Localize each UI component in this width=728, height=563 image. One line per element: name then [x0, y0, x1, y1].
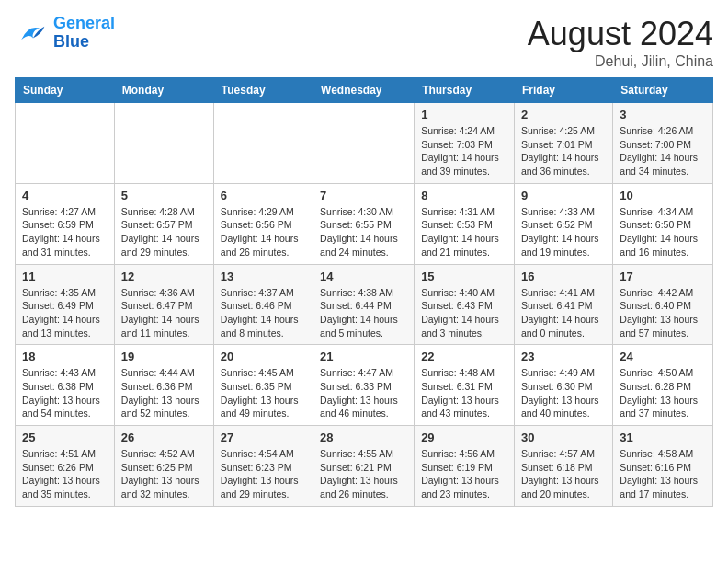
calendar-table: SundayMondayTuesdayWednesdayThursdayFrid…	[15, 77, 713, 507]
calendar-cell: 18Sunrise: 4:43 AM Sunset: 6:38 PM Dayli…	[16, 345, 115, 426]
day-detail: Sunrise: 4:50 AM Sunset: 6:28 PM Dayligh…	[620, 366, 706, 420]
weekday-header: Wednesday	[313, 78, 415, 103]
day-number: 30	[521, 431, 606, 444]
day-number: 5	[121, 189, 207, 202]
day-detail: Sunrise: 4:44 AM Sunset: 6:36 PM Dayligh…	[121, 366, 207, 420]
title-block: August 2024 Dehui, Jilin, China	[528, 15, 713, 70]
calendar-title: August 2024	[528, 15, 713, 53]
logo-icon	[15, 17, 48, 50]
day-detail: Sunrise: 4:36 AM Sunset: 6:47 PM Dayligh…	[121, 286, 207, 340]
day-detail: Sunrise: 4:57 AM Sunset: 6:18 PM Dayligh…	[521, 447, 606, 501]
day-detail: Sunrise: 4:47 AM Sunset: 6:33 PM Dayligh…	[320, 366, 407, 420]
day-number: 18	[22, 350, 108, 363]
calendar-cell: 24Sunrise: 4:50 AM Sunset: 6:28 PM Dayli…	[613, 345, 713, 426]
weekday-header: Thursday	[415, 78, 515, 103]
weekday-header: Monday	[114, 78, 213, 103]
calendar-cell: 16Sunrise: 4:41 AM Sunset: 6:41 PM Dayli…	[514, 264, 612, 345]
calendar-cell: 27Sunrise: 4:54 AM Sunset: 6:23 PM Dayli…	[213, 426, 313, 507]
calendar-cell: 1Sunrise: 4:24 AM Sunset: 7:03 PM Daylig…	[415, 103, 515, 184]
calendar-cell	[213, 103, 313, 184]
day-detail: Sunrise: 4:26 AM Sunset: 7:00 PM Dayligh…	[620, 124, 706, 178]
calendar-cell: 10Sunrise: 4:34 AM Sunset: 6:50 PM Dayli…	[613, 183, 713, 264]
day-detail: Sunrise: 4:27 AM Sunset: 6:59 PM Dayligh…	[22, 205, 108, 259]
calendar-cell: 12Sunrise: 4:36 AM Sunset: 6:47 PM Dayli…	[114, 264, 213, 345]
calendar-cell: 23Sunrise: 4:49 AM Sunset: 6:30 PM Dayli…	[514, 345, 612, 426]
calendar-cell: 26Sunrise: 4:52 AM Sunset: 6:25 PM Dayli…	[114, 426, 213, 507]
weekday-header: Sunday	[16, 78, 115, 103]
day-number: 10	[620, 189, 706, 202]
day-detail: Sunrise: 4:49 AM Sunset: 6:30 PM Dayligh…	[521, 366, 606, 420]
day-detail: Sunrise: 4:56 AM Sunset: 6:19 PM Dayligh…	[421, 447, 507, 501]
calendar-week-row: 1Sunrise: 4:24 AM Sunset: 7:03 PM Daylig…	[16, 103, 713, 184]
day-detail: Sunrise: 4:52 AM Sunset: 6:25 PM Dayligh…	[121, 447, 207, 501]
calendar-cell	[313, 103, 415, 184]
calendar-week-row: 11Sunrise: 4:35 AM Sunset: 6:49 PM Dayli…	[16, 264, 713, 345]
day-number: 24	[620, 350, 706, 363]
calendar-week-row: 25Sunrise: 4:51 AM Sunset: 6:26 PM Dayli…	[16, 426, 713, 507]
calendar-cell: 31Sunrise: 4:58 AM Sunset: 6:16 PM Dayli…	[613, 426, 713, 507]
day-number: 27	[221, 431, 306, 444]
day-detail: Sunrise: 4:34 AM Sunset: 6:50 PM Dayligh…	[620, 205, 706, 259]
logo: GeneralBlue	[15, 15, 115, 52]
day-detail: Sunrise: 4:33 AM Sunset: 6:52 PM Dayligh…	[521, 205, 606, 259]
day-detail: Sunrise: 4:41 AM Sunset: 6:41 PM Dayligh…	[521, 286, 606, 340]
day-number: 17	[620, 270, 706, 283]
calendar-cell	[16, 103, 115, 184]
day-number: 2	[521, 108, 606, 121]
day-detail: Sunrise: 4:30 AM Sunset: 6:55 PM Dayligh…	[320, 205, 407, 259]
day-detail: Sunrise: 4:24 AM Sunset: 7:03 PM Dayligh…	[421, 124, 507, 178]
day-detail: Sunrise: 4:40 AM Sunset: 6:43 PM Dayligh…	[421, 286, 507, 340]
calendar-cell: 4Sunrise: 4:27 AM Sunset: 6:59 PM Daylig…	[16, 183, 115, 264]
logo-text: GeneralBlue	[53, 15, 115, 52]
day-number: 28	[320, 431, 407, 444]
day-detail: Sunrise: 4:55 AM Sunset: 6:21 PM Dayligh…	[320, 447, 407, 501]
day-number: 21	[320, 350, 407, 363]
day-number: 20	[221, 350, 306, 363]
day-number: 11	[22, 270, 108, 283]
calendar-cell: 3Sunrise: 4:26 AM Sunset: 7:00 PM Daylig…	[613, 103, 713, 184]
day-detail: Sunrise: 4:45 AM Sunset: 6:35 PM Dayligh…	[221, 366, 306, 420]
day-detail: Sunrise: 4:43 AM Sunset: 6:38 PM Dayligh…	[22, 366, 108, 420]
day-detail: Sunrise: 4:51 AM Sunset: 6:26 PM Dayligh…	[22, 447, 108, 501]
calendar-location: Dehui, Jilin, China	[528, 53, 713, 70]
calendar-week-row: 4Sunrise: 4:27 AM Sunset: 6:59 PM Daylig…	[16, 183, 713, 264]
day-detail: Sunrise: 4:37 AM Sunset: 6:46 PM Dayligh…	[221, 286, 306, 340]
day-number: 26	[121, 431, 207, 444]
calendar-cell: 6Sunrise: 4:29 AM Sunset: 6:56 PM Daylig…	[213, 183, 313, 264]
calendar-cell: 8Sunrise: 4:31 AM Sunset: 6:53 PM Daylig…	[415, 183, 515, 264]
day-detail: Sunrise: 4:54 AM Sunset: 6:23 PM Dayligh…	[221, 447, 306, 501]
calendar-cell: 19Sunrise: 4:44 AM Sunset: 6:36 PM Dayli…	[114, 345, 213, 426]
day-detail: Sunrise: 4:31 AM Sunset: 6:53 PM Dayligh…	[421, 205, 507, 259]
day-number: 29	[421, 431, 507, 444]
day-number: 23	[521, 350, 606, 363]
day-number: 19	[121, 350, 207, 363]
day-number: 25	[22, 431, 108, 444]
calendar-cell	[114, 103, 213, 184]
weekday-header: Tuesday	[213, 78, 313, 103]
calendar-cell: 9Sunrise: 4:33 AM Sunset: 6:52 PM Daylig…	[514, 183, 612, 264]
calendar-cell: 30Sunrise: 4:57 AM Sunset: 6:18 PM Dayli…	[514, 426, 612, 507]
day-number: 9	[521, 189, 606, 202]
day-number: 14	[320, 270, 407, 283]
day-number: 4	[22, 189, 108, 202]
day-number: 1	[421, 108, 507, 121]
day-detail: Sunrise: 4:48 AM Sunset: 6:31 PM Dayligh…	[421, 366, 507, 420]
day-number: 3	[620, 108, 706, 121]
calendar-cell: 20Sunrise: 4:45 AM Sunset: 6:35 PM Dayli…	[213, 345, 313, 426]
day-number: 7	[320, 189, 407, 202]
weekday-header: Friday	[514, 78, 612, 103]
calendar-cell: 13Sunrise: 4:37 AM Sunset: 6:46 PM Dayli…	[213, 264, 313, 345]
page-header: GeneralBlue August 2024 Dehui, Jilin, Ch…	[15, 15, 713, 70]
day-number: 15	[421, 270, 507, 283]
day-number: 16	[521, 270, 606, 283]
day-number: 6	[221, 189, 306, 202]
day-detail: Sunrise: 4:35 AM Sunset: 6:49 PM Dayligh…	[22, 286, 108, 340]
calendar-cell: 11Sunrise: 4:35 AM Sunset: 6:49 PM Dayli…	[16, 264, 115, 345]
calendar-cell: 17Sunrise: 4:42 AM Sunset: 6:40 PM Dayli…	[613, 264, 713, 345]
day-number: 12	[121, 270, 207, 283]
day-detail: Sunrise: 4:38 AM Sunset: 6:44 PM Dayligh…	[320, 286, 407, 340]
day-detail: Sunrise: 4:42 AM Sunset: 6:40 PM Dayligh…	[620, 286, 706, 340]
calendar-cell: 28Sunrise: 4:55 AM Sunset: 6:21 PM Dayli…	[313, 426, 415, 507]
calendar-cell: 7Sunrise: 4:30 AM Sunset: 6:55 PM Daylig…	[313, 183, 415, 264]
weekday-header: Saturday	[613, 78, 713, 103]
